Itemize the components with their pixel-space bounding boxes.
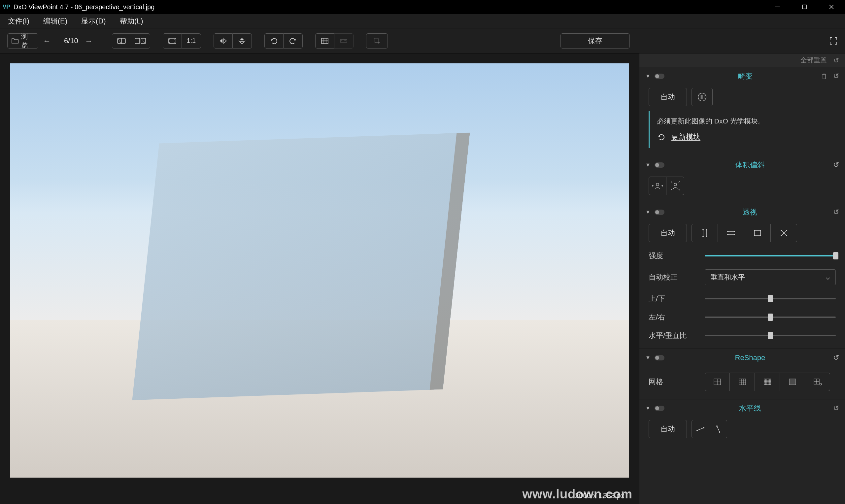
- svg-point-24: [656, 183, 659, 186]
- grid-dense-button[interactable]: [780, 373, 805, 391]
- svg-point-40: [760, 230, 761, 231]
- svg-rect-6: [135, 38, 140, 43]
- reset-icon[interactable]: ↺: [833, 161, 839, 169]
- svg-line-71: [697, 428, 704, 430]
- horizon-toggle[interactable]: [654, 406, 664, 411]
- flip-group: [214, 33, 252, 49]
- svg-rect-1: [803, 5, 806, 9]
- reset-icon[interactable]: ↺: [833, 72, 839, 80]
- perspective-8point-button[interactable]: [771, 224, 797, 242]
- browse-button[interactable]: 浏览: [7, 33, 38, 49]
- volume-toggle[interactable]: [654, 162, 664, 168]
- svg-rect-51: [739, 379, 745, 385]
- compare-split-button[interactable]: [131, 33, 150, 49]
- collapse-icon[interactable]: ▼: [645, 73, 651, 79]
- flip-horizontal-button[interactable]: [214, 33, 233, 49]
- collapse-icon[interactable]: ▼: [645, 209, 651, 215]
- svg-point-42: [760, 235, 761, 236]
- svg-point-73: [703, 427, 704, 428]
- collapse-icon[interactable]: ▼: [645, 405, 651, 411]
- reset-icon[interactable]: ↺: [833, 208, 839, 217]
- collapse-icon[interactable]: ▼: [645, 355, 651, 361]
- reset-icon[interactable]: ↺: [833, 354, 839, 362]
- perspective-vertical-button[interactable]: [691, 224, 718, 242]
- distortion-auto-button[interactable]: 自动: [649, 88, 687, 106]
- svg-point-36: [727, 234, 729, 235]
- svg-rect-14: [340, 40, 347, 42]
- grid-3x3-button[interactable]: [730, 373, 755, 391]
- toolbar: 浏览 ← 6/10 → 1:1 保存: [0, 29, 845, 53]
- autocorrect-select[interactable]: 垂直和水平 ⌵: [705, 269, 836, 285]
- autocorrect-label: 自动校正: [649, 272, 698, 282]
- compare-single-button[interactable]: [112, 33, 131, 49]
- fit-button[interactable]: [163, 33, 182, 49]
- menu-view[interactable]: 显示(D): [81, 16, 106, 26]
- leftright-slider[interactable]: [705, 317, 836, 318]
- minimize-button[interactable]: [764, 0, 791, 14]
- horizon-vertical-button[interactable]: [709, 420, 727, 438]
- section-distortion: ▼ 畸变 ↺ 自动 必须更新此图像的 DxO 光学模块。 更新模块: [640, 67, 845, 156]
- hvratio-slider[interactable]: [705, 335, 836, 336]
- reshape-title: ReShape: [670, 354, 830, 362]
- compare-group: [112, 33, 150, 49]
- image-dimensions: 2000 x 1333 px: [0, 487, 639, 504]
- reshape-toggle[interactable]: [654, 355, 664, 360]
- close-button[interactable]: [818, 0, 845, 14]
- horizon-auto-button[interactable]: 自动: [649, 420, 687, 438]
- menu-help[interactable]: 帮助(L): [120, 16, 143, 26]
- perspective-toggle[interactable]: [654, 210, 664, 215]
- crop-button[interactable]: [366, 33, 388, 49]
- update-module-link[interactable]: 更新模块: [671, 132, 700, 142]
- rotate-left-button[interactable]: [264, 33, 284, 49]
- collapse-icon[interactable]: ▼: [645, 162, 651, 168]
- svg-point-39: [754, 230, 755, 231]
- svg-point-72: [697, 430, 698, 431]
- fullscreen-button[interactable]: [829, 37, 838, 45]
- grid-button[interactable]: [315, 33, 335, 49]
- reset-all-icon[interactable]: ↺: [833, 56, 839, 65]
- zoom-1to1-button[interactable]: 1:1: [182, 33, 201, 49]
- menu-edit[interactable]: 编辑(E): [43, 16, 67, 26]
- section-perspective: ▼ 透视 ↺ 自动 强度: [640, 203, 845, 349]
- grid-custom-button[interactable]: [805, 373, 830, 391]
- delete-icon[interactable]: [821, 73, 827, 79]
- prev-image-button[interactable]: ←: [43, 36, 57, 46]
- updown-slider[interactable]: [705, 298, 836, 299]
- perspective-auto-button[interactable]: 自动: [649, 224, 687, 242]
- volume-diagonal-button[interactable]: [666, 177, 684, 195]
- maximize-button[interactable]: [791, 0, 818, 14]
- volume-title: 体积偏斜: [670, 160, 830, 170]
- perspective-rectangle-button[interactable]: [744, 224, 771, 242]
- browse-label: 浏览: [21, 32, 34, 50]
- distortion-manual-button[interactable]: [691, 88, 713, 106]
- save-button[interactable]: 保存: [560, 33, 630, 49]
- autocorrect-value: 垂直和水平: [710, 273, 745, 282]
- section-volume: ▼ 体积偏斜 ↺: [640, 156, 845, 203]
- perspective-horizontal-button[interactable]: [718, 224, 744, 242]
- intensity-slider[interactable]: [705, 255, 836, 256]
- rotate-right-button[interactable]: [284, 33, 303, 49]
- horizon-line-button[interactable]: [691, 420, 709, 438]
- svg-point-31: [706, 236, 707, 237]
- module-info-box: 必须更新此图像的 DxO 光学模块。 更新模块: [649, 111, 836, 148]
- autocorrect-row: 自动校正 垂直和水平 ⌵: [649, 269, 836, 285]
- volume-horizontal-button[interactable]: [649, 177, 666, 195]
- menu-bar: 文件(I) 编辑(E) 显示(D) 帮助(L): [0, 14, 845, 29]
- reset-all-button[interactable]: 全部重置: [801, 56, 827, 65]
- distortion-toggle[interactable]: [654, 74, 664, 79]
- svg-rect-38: [755, 230, 760, 236]
- intensity-label: 强度: [649, 251, 698, 261]
- ruler-button[interactable]: [335, 33, 354, 49]
- menu-file[interactable]: 文件(I): [8, 16, 29, 26]
- flip-vertical-button[interactable]: [233, 33, 252, 49]
- app-icon: VP: [3, 4, 10, 10]
- grid-5x5-button[interactable]: [755, 373, 780, 391]
- canvas-area: 2000 x 1333 px www.ludown.com: [0, 53, 639, 504]
- next-image-button[interactable]: →: [85, 36, 100, 46]
- panel-topbar: 全部重置 ↺: [640, 53, 845, 67]
- reset-icon[interactable]: ↺: [833, 404, 839, 413]
- svg-point-30: [706, 229, 707, 230]
- grid-2x2-button[interactable]: [705, 373, 730, 391]
- svg-point-41: [754, 235, 755, 236]
- image-preview[interactable]: [10, 64, 629, 478]
